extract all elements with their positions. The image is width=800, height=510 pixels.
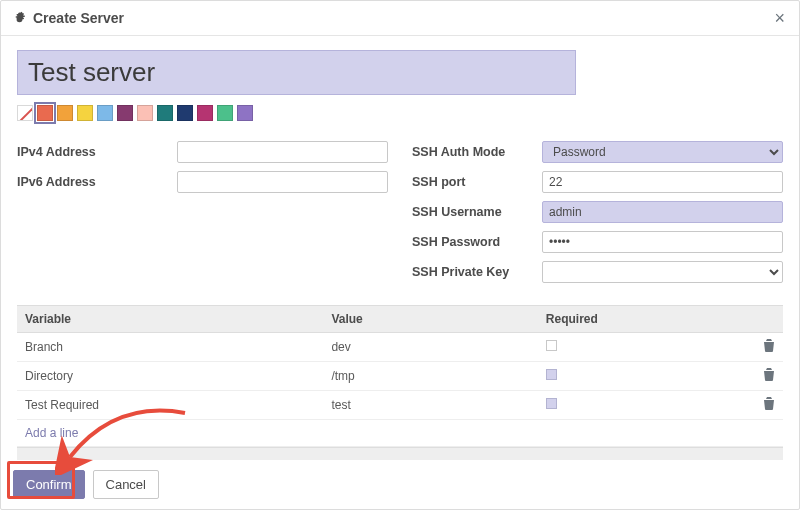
- cell-variable: Directory: [17, 362, 323, 391]
- color-swatch-5[interactable]: [137, 105, 153, 121]
- delete-row-icon[interactable]: [763, 340, 775, 355]
- color-palette: [17, 105, 783, 121]
- color-swatch-4[interactable]: [117, 105, 133, 121]
- ssh-username-input[interactable]: [542, 201, 783, 223]
- col-value: Value: [323, 306, 537, 333]
- form-col-left: IPv4 Address IPv6 Address: [17, 141, 388, 291]
- dialog-body: IPv4 Address IPv6 Address SSH Auth Mode …: [1, 36, 799, 460]
- close-icon[interactable]: ×: [774, 9, 785, 27]
- col-delete: [747, 306, 783, 333]
- ssh-password-input[interactable]: [542, 231, 783, 253]
- color-swatch-3[interactable]: [97, 105, 113, 121]
- dialog-title-group: Create Server: [15, 10, 124, 26]
- col-required: Required: [538, 306, 747, 333]
- cell-value: dev: [323, 333, 537, 362]
- cell-required: [538, 333, 747, 362]
- form-grid: IPv4 Address IPv6 Address SSH Auth Mode …: [17, 141, 783, 291]
- color-swatch-10[interactable]: [237, 105, 253, 121]
- cell-value: /tmp: [323, 362, 537, 391]
- dialog-footer: Confirm Cancel: [1, 460, 799, 509]
- server-icon: [15, 11, 27, 26]
- cell-value: test: [323, 391, 537, 420]
- color-swatch-8[interactable]: [197, 105, 213, 121]
- ssh-port-input[interactable]: [542, 171, 783, 193]
- ipv4-input[interactable]: [177, 141, 388, 163]
- color-swatch-7[interactable]: [177, 105, 193, 121]
- ssh-password-label: SSH Password: [412, 235, 542, 249]
- confirm-button[interactable]: Confirm: [13, 470, 85, 499]
- delete-row-icon[interactable]: [763, 369, 775, 384]
- required-checkbox[interactable]: [546, 398, 557, 409]
- col-variable: Variable: [17, 306, 323, 333]
- server-name-input[interactable]: [17, 50, 576, 95]
- required-checkbox[interactable]: [546, 340, 557, 351]
- color-swatch-0[interactable]: [37, 105, 53, 121]
- color-swatch-1[interactable]: [57, 105, 73, 121]
- dialog-title: Create Server: [33, 10, 124, 26]
- variables-table: Variable Value Required BranchdevDirecto…: [17, 305, 783, 420]
- form-col-right: SSH Auth Mode Password SSH port SSH User…: [412, 141, 783, 291]
- delete-row-icon[interactable]: [763, 398, 775, 413]
- cell-required: [538, 362, 747, 391]
- color-swatch-6[interactable]: [157, 105, 173, 121]
- ssh-private-key-label: SSH Private Key: [412, 265, 542, 279]
- add-line-link[interactable]: Add a line: [17, 420, 783, 447]
- cancel-button[interactable]: Cancel: [93, 470, 159, 499]
- ssh-username-label: SSH Username: [412, 205, 542, 219]
- ipv4-label: IPv4 Address: [17, 145, 177, 159]
- color-swatch-none[interactable]: [17, 105, 33, 121]
- dialog-header: Create Server ×: [1, 1, 799, 36]
- ipv6-label: IPv6 Address: [17, 175, 177, 189]
- required-checkbox[interactable]: [546, 369, 557, 380]
- ssh-private-key-select[interactable]: [542, 261, 783, 283]
- ssh-auth-mode-select[interactable]: Password: [542, 141, 783, 163]
- ssh-port-label: SSH port: [412, 175, 542, 189]
- table-row[interactable]: Branchdev: [17, 333, 783, 362]
- table-footer: [17, 447, 783, 460]
- create-server-dialog: Create Server × IPv4 Address: [0, 0, 800, 510]
- cell-variable: Branch: [17, 333, 323, 362]
- cell-variable: Test Required: [17, 391, 323, 420]
- color-swatch-2[interactable]: [77, 105, 93, 121]
- ipv6-input[interactable]: [177, 171, 388, 193]
- table-row[interactable]: Directory/tmp: [17, 362, 783, 391]
- cell-required: [538, 391, 747, 420]
- color-swatch-9[interactable]: [217, 105, 233, 121]
- table-row[interactable]: Test Requiredtest: [17, 391, 783, 420]
- ssh-auth-mode-label: SSH Auth Mode: [412, 145, 542, 159]
